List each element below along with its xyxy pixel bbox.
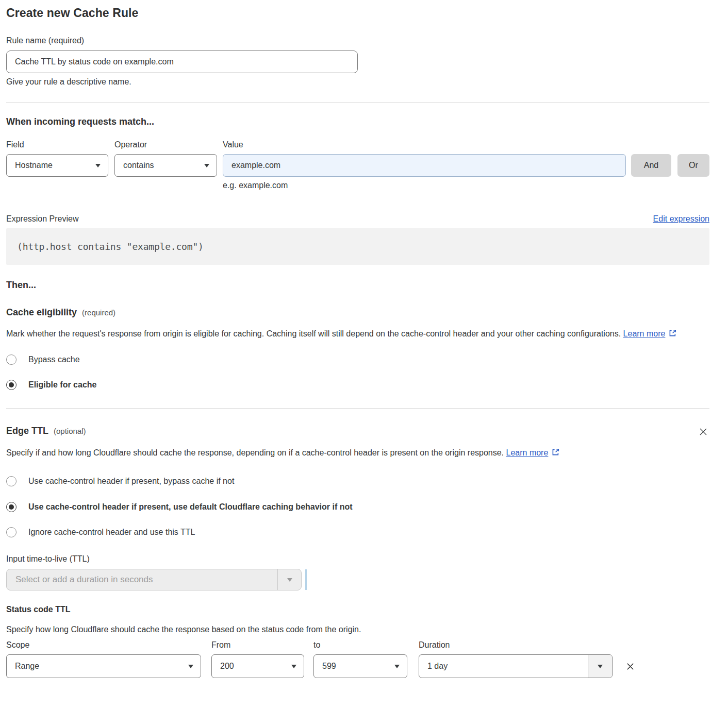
match-column-labels: Field Operator Value bbox=[6, 140, 709, 149]
expression-preview-block: (http.host contains "example.com") bbox=[6, 228, 709, 265]
value-helper: e.g. example.com bbox=[223, 181, 709, 190]
chevron-down-icon bbox=[287, 578, 292, 582]
chevron-down-icon bbox=[204, 164, 209, 167]
operator-select[interactable]: contains bbox=[114, 154, 217, 177]
chevron-down-icon bbox=[188, 665, 193, 668]
use-header-bypass-option[interactable]: Use cache-control header if present, byp… bbox=[6, 476, 709, 486]
from-select-value: 200 bbox=[220, 662, 234, 671]
external-link-icon bbox=[668, 329, 677, 337]
ignore-header-option[interactable]: Ignore cache-control header and use this… bbox=[6, 527, 709, 537]
bypass-cache-option[interactable]: Bypass cache bbox=[6, 354, 709, 365]
scope-column-label: Scope bbox=[6, 640, 211, 650]
page-title: Create new Cache Rule bbox=[6, 6, 709, 20]
ttl-duration-dropdown-button[interactable] bbox=[277, 569, 301, 590]
to-column-label: to bbox=[313, 640, 419, 650]
expression-code: (http.host contains "example.com") bbox=[17, 241, 204, 252]
radio-option-label: Eligible for cache bbox=[28, 380, 96, 390]
operator-column-label: Operator bbox=[114, 140, 223, 149]
edge-ttl-learn-more-link[interactable]: Learn more bbox=[506, 448, 560, 457]
duration-dropdown-button[interactable] bbox=[588, 655, 612, 678]
edge-ttl-optional-badge: (optional) bbox=[54, 427, 86, 435]
ttl-input-label: Input time-to-live (TTL) bbox=[6, 554, 709, 564]
radio-icon bbox=[6, 380, 16, 390]
radio-option-label: Bypass cache bbox=[28, 355, 80, 364]
edge-ttl-close-button[interactable] bbox=[697, 426, 709, 438]
create-cache-rule-form: Create new Cache Rule Rule name (require… bbox=[0, 0, 728, 678]
section-divider bbox=[6, 102, 709, 103]
use-header-default-option[interactable]: Use cache-control header if present, use… bbox=[6, 502, 709, 512]
radio-icon bbox=[6, 502, 16, 512]
to-select-value: 599 bbox=[322, 662, 336, 671]
text-caret bbox=[305, 569, 307, 590]
radio-option-label: Use cache-control header if present, use… bbox=[28, 502, 353, 512]
from-select[interactable]: 200 bbox=[211, 654, 304, 678]
edit-expression-link[interactable]: Edit expression bbox=[653, 214, 709, 224]
expression-preview-label: Expression Preview bbox=[6, 214, 79, 224]
radio-icon bbox=[6, 476, 16, 486]
status-code-controls-row: Range 200 599 1 day bbox=[6, 654, 709, 678]
then-heading: Then... bbox=[6, 280, 709, 291]
field-column-label: Field bbox=[6, 140, 114, 149]
to-select[interactable]: 599 bbox=[313, 654, 407, 678]
cache-eligibility-heading: Cache eligibility bbox=[6, 307, 77, 318]
close-icon bbox=[625, 662, 635, 671]
edge-ttl-heading: Edge TTL bbox=[6, 426, 48, 436]
from-column-label: From bbox=[211, 640, 313, 650]
value-input[interactable] bbox=[223, 154, 626, 177]
edge-ttl-heading-row: Edge TTL (optional) bbox=[6, 426, 709, 438]
rule-name-helper: Give your rule a descriptive name. bbox=[6, 77, 709, 87]
duration-column-label: Duration bbox=[419, 640, 450, 650]
status-code-ttl-description: Specify how long Cloudflare should cache… bbox=[6, 625, 709, 634]
eligible-for-cache-option[interactable]: Eligible for cache bbox=[6, 380, 709, 390]
remove-status-code-row-button[interactable] bbox=[624, 661, 636, 672]
edge-ttl-description-text: Specify if and how long Cloudflare shoul… bbox=[6, 448, 504, 457]
duration-select-value: 1 day bbox=[419, 655, 588, 678]
chevron-down-icon bbox=[394, 665, 400, 668]
rule-name-input[interactable] bbox=[6, 50, 358, 73]
scope-select-value: Range bbox=[15, 662, 39, 671]
chevron-down-icon bbox=[95, 164, 101, 167]
status-code-column-labels: Scope From to Duration bbox=[6, 640, 709, 650]
rule-name-label: Rule name (required) bbox=[6, 36, 709, 45]
match-controls-row: Hostname contains And Or bbox=[6, 154, 709, 177]
chevron-down-icon bbox=[598, 665, 603, 668]
radio-option-label: Ignore cache-control header and use this… bbox=[28, 528, 195, 537]
learn-more-label: Learn more bbox=[623, 329, 666, 338]
radio-option-label: Use cache-control header if present, byp… bbox=[28, 477, 234, 486]
external-link-icon bbox=[551, 448, 560, 457]
cache-eligibility-heading-row: Cache eligibility (required) bbox=[6, 307, 709, 318]
section-divider bbox=[6, 408, 709, 409]
match-heading: When incoming requests match... bbox=[6, 116, 709, 127]
expression-preview-row: Expression Preview Edit expression bbox=[6, 214, 709, 224]
cache-eligibility-required-badge: (required) bbox=[82, 308, 115, 317]
status-code-ttl-heading: Status code TTL bbox=[6, 605, 709, 614]
chevron-down-icon bbox=[291, 665, 296, 668]
radio-icon bbox=[6, 527, 16, 537]
edge-ttl-description: Specify if and how long Cloudflare shoul… bbox=[6, 446, 697, 460]
learn-more-label: Learn more bbox=[506, 448, 549, 457]
radio-icon bbox=[6, 354, 16, 365]
scope-select[interactable]: Range bbox=[6, 654, 201, 678]
and-button[interactable]: And bbox=[631, 154, 671, 177]
cache-eligibility-description: Mark whether the request's response from… bbox=[6, 327, 697, 341]
edge-ttl-heading-group: Edge TTL (optional) bbox=[6, 426, 86, 436]
value-column-label: Value bbox=[223, 140, 243, 149]
ttl-duration-select[interactable]: Select or add a duration in seconds bbox=[6, 569, 302, 590]
ttl-combo-row: Select or add a duration in seconds bbox=[6, 569, 709, 590]
cache-eligibility-learn-more-link[interactable]: Learn more bbox=[623, 329, 677, 338]
duration-select[interactable]: 1 day bbox=[419, 654, 613, 678]
operator-select-value: contains bbox=[123, 161, 154, 170]
field-select[interactable]: Hostname bbox=[6, 154, 108, 177]
ttl-duration-placeholder: Select or add a duration in seconds bbox=[7, 569, 277, 590]
or-button[interactable]: Or bbox=[677, 154, 709, 177]
cache-eligibility-description-text: Mark whether the request's response from… bbox=[6, 329, 621, 338]
close-icon bbox=[698, 427, 708, 437]
field-select-value: Hostname bbox=[15, 161, 53, 170]
